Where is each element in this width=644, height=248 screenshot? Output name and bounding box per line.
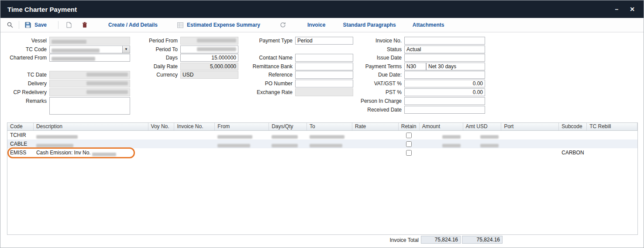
cell-days-qty xyxy=(269,131,307,140)
field-row-received-date: Received Date xyxy=(345,106,485,114)
table-row-tchir[interactable]: TCHIR xyxy=(7,131,637,140)
currency-input[interactable]: USD xyxy=(180,71,238,79)
remittance-bank-input[interactable] xyxy=(295,63,353,70)
contact-name-input[interactable] xyxy=(295,54,353,62)
redacted-value xyxy=(310,135,344,139)
table-row-cable[interactable]: CABLE xyxy=(7,140,637,148)
field-row-tc-date: TC Date xyxy=(7,71,130,79)
col-subcode[interactable]: Subcode xyxy=(559,123,587,130)
create-add-details-button[interactable]: Create / Add Details xyxy=(108,22,158,28)
col-to[interactable]: To xyxy=(307,123,352,130)
retain-checkbox[interactable] xyxy=(406,133,412,138)
cell-rate xyxy=(352,140,399,148)
toolbar: Save Create / Add Details Estimated Expe… xyxy=(0,18,644,32)
due-date-input[interactable] xyxy=(404,71,485,79)
field-row-contact-name: Contact Name xyxy=(236,54,353,62)
col-retain[interactable]: Retain xyxy=(399,123,420,130)
cell-tc-rebill xyxy=(587,140,637,148)
cp-redelivery-input[interactable] xyxy=(49,88,130,96)
remarks-input[interactable] xyxy=(49,97,130,115)
payment-terms-description-input[interactable]: Net 30 days xyxy=(426,63,485,70)
cell-amount xyxy=(420,131,463,140)
field-row-remittance-bank: Remittance Bank xyxy=(236,63,353,70)
col-port[interactable]: Port xyxy=(501,123,559,130)
field-row-vessel: Vessel xyxy=(7,37,130,45)
col-amount[interactable]: Amount xyxy=(420,123,463,130)
redacted-value xyxy=(310,144,342,147)
standard-paragraphs-button[interactable]: Standard Paragraphs xyxy=(343,22,396,28)
period-to-input[interactable] xyxy=(180,45,238,53)
contact-name-label: Contact Name xyxy=(236,54,295,61)
retain-checkbox[interactable] xyxy=(406,150,412,156)
invoice-button[interactable]: Invoice xyxy=(307,22,325,28)
cell-port xyxy=(501,148,559,157)
po-number-input[interactable] xyxy=(295,80,353,87)
close-button[interactable]: ✕ xyxy=(630,6,635,12)
estimated-expense-summary-button[interactable]: Estimated Expense Summary xyxy=(176,21,260,29)
daily-rate-label: Daily Rate xyxy=(128,63,180,70)
issue-date-input[interactable] xyxy=(404,54,485,62)
titlebar: Time Charter Payment – ✕ xyxy=(0,0,644,18)
minimize-button[interactable]: – xyxy=(615,6,618,12)
col-code[interactable]: Code xyxy=(7,123,34,130)
redacted-value xyxy=(86,90,128,94)
tc-date-input[interactable] xyxy=(49,71,130,79)
description-text: Cash Emission: Inv No. xyxy=(36,150,91,156)
payment-type-input[interactable]: Period xyxy=(295,37,353,45)
daily-rate-input[interactable]: 5,000.0000 xyxy=(180,63,238,70)
save-button[interactable]: Save xyxy=(24,21,47,29)
vessel-input[interactable] xyxy=(49,37,130,45)
delivery-input[interactable] xyxy=(49,80,130,87)
table-row-emiss[interactable]: EMISS Cash Emission: Inv No. CARBON xyxy=(7,148,637,157)
col-invoice-no[interactable]: Invoice No. xyxy=(174,123,215,130)
payment-terms-label: Payment Terms xyxy=(345,63,404,70)
days-label: Days xyxy=(128,54,180,61)
exchange-rate-input[interactable] xyxy=(295,88,353,96)
cell-voy-no xyxy=(148,148,175,157)
tc-code-select[interactable]: ▼ xyxy=(49,45,130,53)
redacted-value xyxy=(480,144,499,147)
col-from[interactable]: From xyxy=(215,123,269,130)
period-from-input[interactable] xyxy=(180,37,238,45)
col-rate[interactable]: Rate xyxy=(352,123,399,130)
col-amt-usd[interactable]: Amt USD xyxy=(463,123,502,130)
table-header: Code Description Voy No. Invoice No. Fro… xyxy=(7,123,637,131)
refresh-icon[interactable] xyxy=(279,21,287,29)
copy-icon[interactable] xyxy=(65,21,73,29)
invoice-no-input[interactable] xyxy=(404,37,485,45)
vat-gst-input[interactable]: 0.00 xyxy=(404,80,485,87)
field-row-days: Days 15.000000 xyxy=(128,54,238,62)
cell-tc-rebill xyxy=(587,131,637,140)
cell-amt-usd xyxy=(463,148,502,157)
received-date-input[interactable] xyxy=(404,106,485,114)
days-input[interactable]: 15.000000 xyxy=(180,54,238,62)
status-input[interactable]: Actual xyxy=(404,45,485,53)
col-voy-no[interactable]: Voy No. xyxy=(148,123,175,130)
issue-date-label: Issue Date xyxy=(345,54,404,61)
field-row-exchange-rate: Exchange Rate xyxy=(236,88,353,96)
col-description[interactable]: Description xyxy=(34,123,148,130)
field-row-person-in-charge: Person In Charge xyxy=(345,97,485,105)
remittance-bank-label: Remittance Bank xyxy=(236,63,295,70)
retain-checkbox[interactable] xyxy=(406,141,412,147)
col-tc-rebill[interactable]: TC Rebill xyxy=(587,123,637,130)
search-icon[interactable] xyxy=(6,21,14,29)
period-to-label: Period To xyxy=(128,45,180,52)
redacted-value xyxy=(52,57,95,61)
chartered-from-input[interactable] xyxy=(49,54,130,62)
redacted-value xyxy=(272,144,298,147)
pst-input[interactable]: 0.00 xyxy=(404,88,485,96)
delivery-label: Delivery xyxy=(7,80,49,87)
redacted-value xyxy=(480,135,499,139)
payment-terms-code-input[interactable]: N30 xyxy=(404,63,426,70)
remarks-label: Remarks xyxy=(7,97,49,104)
redacted-value xyxy=(92,153,116,156)
attachments-button[interactable]: Attachments xyxy=(413,22,444,28)
delete-icon[interactable] xyxy=(80,21,89,29)
col-days-qty[interactable]: Days/Qty xyxy=(269,123,307,130)
cell-description xyxy=(34,140,148,148)
redacted-value xyxy=(442,135,461,139)
reference-input[interactable] xyxy=(295,71,353,79)
person-in-charge-input[interactable] xyxy=(404,97,485,105)
field-row-period-from: Period From xyxy=(128,37,238,45)
